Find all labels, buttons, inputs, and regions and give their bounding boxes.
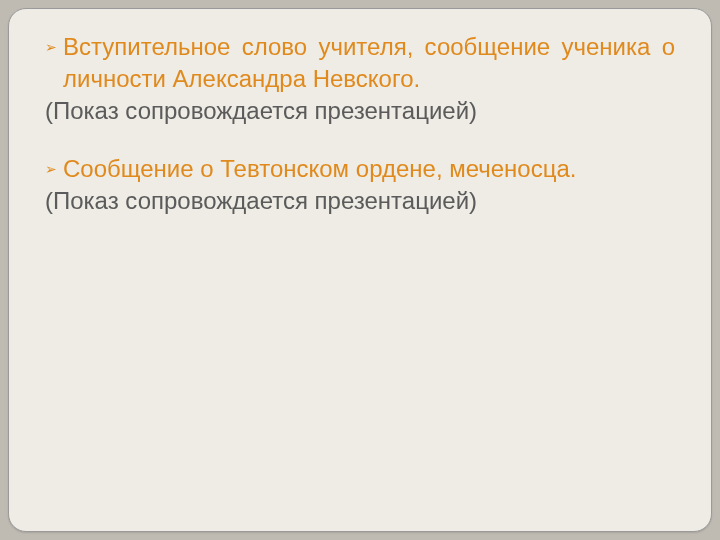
content-block: ➢ Сообщение о Тевтонском ордене, меченос… (45, 153, 675, 217)
note-text: (Показ сопровождается презентацией) (45, 95, 675, 127)
bullet-icon: ➢ (45, 31, 57, 63)
bullet-row: ➢ Вступительное слово учителя, сообщение… (45, 31, 675, 95)
lead-text: Сообщение о Тевтонском ордене, меченосца… (63, 153, 675, 185)
lead-text: Вступительное слово учителя, сообщение у… (63, 31, 675, 95)
bullet-icon: ➢ (45, 153, 57, 185)
content-block: ➢ Вступительное слово учителя, сообщение… (45, 31, 675, 127)
slide-card: ➢ Вступительное слово учителя, сообщение… (8, 8, 712, 532)
note-text: (Показ сопровождается презентацией) (45, 185, 675, 217)
bullet-row: ➢ Сообщение о Тевтонском ордене, меченос… (45, 153, 675, 185)
